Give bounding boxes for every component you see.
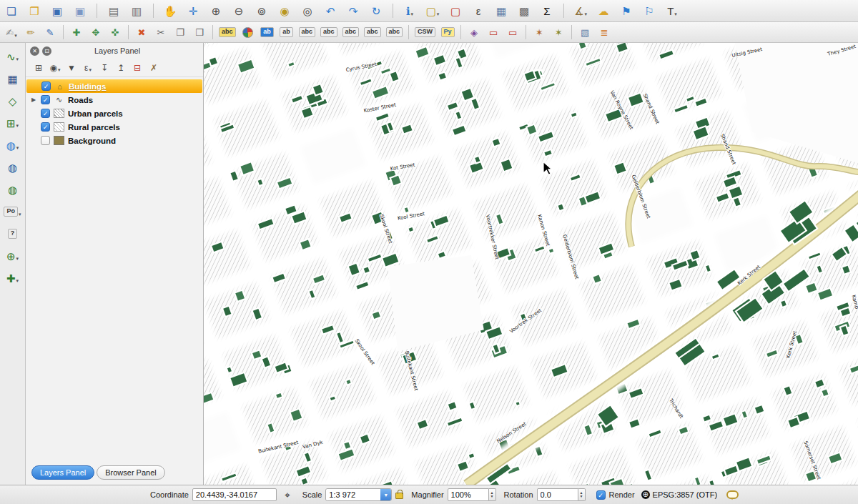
pan-map[interactable]: ✋ [163, 2, 177, 19]
render-checkbox[interactable]: ✓ [596, 490, 606, 500]
offset-point-symbols[interactable]: ✶ [532, 24, 546, 41]
map-svg[interactable]: Cyrus StreetKoster StreetKot StreetKool … [204, 43, 858, 485]
panel-float-button[interactable]: ⊡ [42, 46, 51, 56]
new-geopackage-layer[interactable]: ⊕▾ [6, 248, 20, 264]
csw-search[interactable]: CSW [415, 24, 435, 41]
deselect-features[interactable]: ▢ [448, 2, 463, 19]
select-by-expression[interactable]: ε [471, 2, 485, 19]
move-feature[interactable]: ✥ [89, 24, 103, 41]
map-canvas[interactable]: Cyrus StreetKoster StreetKot StreetKool … [204, 43, 858, 485]
add-delimited-text-layer[interactable]: ✚▾ [6, 270, 20, 286]
labeling-options[interactable]: abc [219, 24, 236, 41]
pan-to-selection[interactable]: ✛ [186, 2, 200, 19]
magnifier-spin-buttons[interactable]: ▲▼ [489, 488, 496, 501]
spin-down-icon[interactable]: ▼ [580, 495, 583, 498]
magnifier-input[interactable] [448, 488, 489, 501]
change-label-properties[interactable]: abc [386, 24, 403, 41]
layer-checkbox-rural-parcels[interactable]: ✓ [41, 122, 50, 132]
layer-row-roads[interactable]: ▶✓∿Roads [26, 93, 203, 107]
collapse-all[interactable]: ↥ [115, 61, 127, 75]
paste-features[interactable]: ❒ [192, 24, 207, 41]
filter-by-expression[interactable]: ε▾ [82, 61, 94, 75]
add-postgis-layer[interactable]: Po▾ [4, 204, 21, 219]
copy-features[interactable]: ❐ [173, 24, 187, 41]
spin-down-icon[interactable]: ▼ [490, 495, 494, 498]
highlight-labels[interactable]: ab [280, 24, 294, 41]
add-wcs-layer[interactable]: ◍ [6, 159, 20, 175]
zoom-last[interactable]: ↶ [323, 2, 337, 19]
move-label[interactable]: abc [342, 24, 360, 41]
clear-all[interactable]: ✗ [148, 61, 159, 75]
scale-input[interactable] [326, 489, 380, 500]
messages-icon[interactable] [726, 490, 739, 499]
tab-browser-panel[interactable]: Browser Panel [97, 465, 165, 480]
open-layer-styling-dock[interactable]: ⊞ [33, 61, 44, 75]
add-raster-layer[interactable]: ▦ [6, 71, 20, 87]
rotate-point-symbols[interactable]: ✶ [551, 24, 566, 41]
label-properties[interactable]: ab [260, 24, 275, 41]
identify-features[interactable]: ℹ▾ [403, 2, 417, 19]
panel-close-button[interactable]: ✕ [30, 46, 39, 56]
filter-legend[interactable]: ▼ [66, 61, 77, 75]
rotation-spinbox[interactable]: ▲▼ [537, 488, 586, 501]
expand-all[interactable]: ↧ [99, 61, 110, 75]
layer-row-buildings[interactable]: ✓⌂Buildings [26, 79, 202, 93]
pin-unpin-labels[interactable]: abc [299, 24, 316, 41]
map-tips[interactable]: ☁ [596, 2, 611, 19]
node-tool[interactable]: ✜ [108, 24, 122, 41]
add-wfs-layer[interactable]: ◍ [6, 182, 20, 197]
python-console[interactable]: Py [440, 24, 455, 41]
open-project[interactable]: ❐ [27, 2, 41, 19]
topology-extent[interactable]: ▭ [486, 24, 500, 41]
mouse-position-toggle[interactable]: ⌖ [280, 488, 295, 501]
save-project-as[interactable]: ▣ [73, 2, 87, 19]
crs-button[interactable]: ⊕ EPSG:3857 (OTF) [638, 490, 720, 500]
toggle-editing[interactable]: ✏ [24, 24, 38, 41]
geometry-checker[interactable]: ◈ [467, 24, 481, 41]
delete-selected[interactable]: ✖ [134, 24, 149, 41]
rotate-label[interactable]: abc [364, 24, 381, 41]
cut-features[interactable]: ✂ [154, 24, 168, 41]
manage-map-themes[interactable]: ◉▾ [49, 61, 61, 75]
scale-dropdown-icon[interactable]: ▾ [380, 489, 391, 500]
statistical-summary[interactable]: Σ [540, 2, 554, 19]
show-hide-labels[interactable]: abc [320, 24, 337, 41]
save-project[interactable]: ▣ [50, 2, 64, 19]
rotation-input[interactable] [537, 488, 578, 501]
topology-checker[interactable]: ▭ [506, 24, 520, 41]
coordinate-input[interactable] [192, 488, 277, 501]
layer-checkbox-roads[interactable]: ✓ [41, 95, 50, 104]
zoom-out[interactable]: ⊖ [232, 2, 246, 19]
layer-diagram-options[interactable] [241, 24, 255, 41]
html-annotation[interactable]: ≣ [597, 24, 611, 41]
layer-row-urban-parcels[interactable]: ✓Urban parcels [26, 107, 203, 120]
open-attribute-table[interactable]: ▦ [494, 2, 508, 19]
composer-manager[interactable]: ▥ [129, 2, 144, 19]
magnifier-spinbox[interactable]: ▲▼ [448, 488, 496, 501]
add-vector-layer[interactable]: ∿▾ [6, 49, 20, 64]
refresh-map[interactable]: ↻ [369, 2, 383, 19]
metasearch[interactable]: ▧ [578, 24, 592, 41]
new-project[interactable]: ❏ [4, 2, 19, 19]
layer-checkbox-urban-parcels[interactable]: ✓ [41, 109, 50, 118]
add-wms-layer[interactable]: ◍▾ [6, 137, 20, 153]
zoom-to-selection[interactable]: ◉ [277, 2, 292, 19]
layer-row-rural-parcels[interactable]: ✓Rural parcels [26, 120, 203, 134]
layer-row-background[interactable]: Background [26, 134, 203, 147]
rotation-spin-buttons[interactable]: ▲▼ [578, 488, 586, 501]
zoom-in[interactable]: ⊕ [209, 2, 223, 19]
show-bookmarks[interactable]: ⚐ [642, 2, 656, 19]
layer-checkbox-buildings[interactable]: ✓ [41, 81, 51, 91]
zoom-to-layer[interactable]: ◎ [300, 2, 315, 19]
new-map-composer[interactable]: ▤ [107, 2, 121, 19]
zoom-next[interactable]: ↷ [346, 2, 360, 19]
add-oracle-layer[interactable]: ? [6, 226, 20, 242]
current-edits[interactable]: ✍▾ [4, 24, 19, 41]
remove-layer[interactable]: ⊟ [132, 61, 143, 75]
new-bookmark[interactable]: ⚑ [619, 2, 633, 19]
save-layer-edits[interactable]: ✎ [43, 24, 57, 41]
field-calculator[interactable]: ▩ [517, 2, 531, 19]
new-shapefile-layer[interactable]: ◇ [6, 93, 20, 109]
expander-icon[interactable]: ▶ [30, 97, 37, 103]
zoom-full[interactable]: ⊚ [255, 2, 269, 19]
